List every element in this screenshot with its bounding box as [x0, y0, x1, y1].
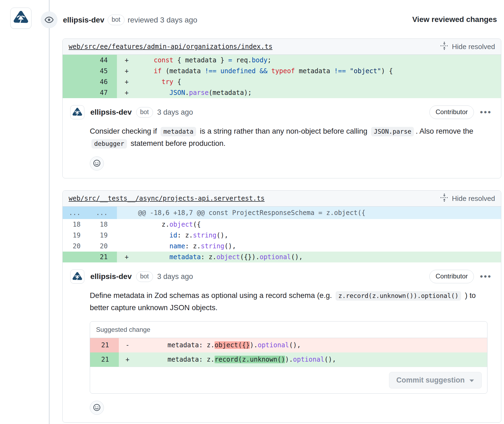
diff-marker: +: [117, 252, 136, 262]
bot-logo-icon: [13, 10, 29, 27]
new-line-number: 20: [90, 241, 117, 252]
reviewer-avatar[interactable]: [10, 8, 31, 29]
code-token: string: [193, 232, 216, 239]
suggestion-footer: Commit suggestion: [90, 367, 487, 393]
diff-marker: +: [117, 66, 136, 76]
hide-resolved-button[interactable]: Hide resolved: [440, 193, 495, 204]
caret-down-icon: [469, 376, 474, 384]
commenter-avatar[interactable]: [70, 105, 84, 119]
code-token: const: [154, 56, 173, 64]
new-line-number: 44: [90, 55, 117, 66]
code-token: ).: [285, 356, 293, 363]
code-token: (),: [224, 242, 236, 250]
inline-code: metadata: [161, 127, 196, 136]
bot-badge: bot: [136, 271, 153, 282]
old-line-number: ...: [63, 207, 90, 219]
suggestion-marker: +: [119, 352, 136, 367]
comment-body: Define metadata in Zod schemas as option…: [90, 290, 493, 314]
comment-header: ellipsis-devbot3 days agoContributor•••: [70, 105, 493, 119]
diff-code: metadata: z.object({}).optional(),: [136, 252, 501, 262]
code-token: : z.: [177, 232, 193, 239]
code-token: [138, 56, 154, 64]
code-token: ({}: [238, 341, 250, 349]
suggestion-code: metadata: z.record(z.unknown()).optional…: [136, 352, 487, 367]
hide-resolved-button[interactable]: Hide resolved: [440, 41, 495, 52]
inline-code: JSON.parse: [371, 127, 414, 136]
suggestion-add-row: 21+ metadata: z.record(z.unknown()).opti…: [90, 352, 487, 367]
comment-timestamp[interactable]: 3 days ago: [157, 272, 193, 281]
code-token: (metadata);: [209, 89, 252, 97]
old-line-number: 20: [63, 241, 90, 252]
old-line-number: [63, 87, 90, 98]
new-line-number: 21: [90, 252, 117, 262]
contributor-badge: Contributor: [429, 105, 474, 119]
code-token: optional: [260, 253, 291, 261]
new-line-number: 45: [90, 66, 117, 76]
code-token: ;: [267, 56, 271, 64]
diff-code: @@ -18,6 +18,7 @@ const ProjectResponseS…: [136, 207, 501, 219]
timeline-line: [49, 0, 50, 424]
code-token: if: [154, 67, 162, 75]
commit-suggestion-label: Commit suggestion: [396, 376, 465, 384]
add-reaction-button[interactable]: [90, 401, 104, 415]
code-token: [216, 67, 220, 75]
code-token: : z.: [201, 253, 216, 261]
comment-timestamp[interactable]: 3 days ago: [157, 108, 193, 117]
diff-marker: +: [117, 55, 136, 66]
code-token: metadata: z.: [136, 356, 215, 363]
code-token: (z.unknown(): [238, 356, 285, 363]
review-thread-card: web/src/ee/features/admin-api/organizati…: [62, 38, 501, 178]
file-header: web/src/__tests__/async/projects-api.ser…: [63, 191, 501, 207]
code-token: (),: [291, 253, 303, 261]
kebab-icon[interactable]: •••: [478, 272, 493, 281]
diff-line-row: 21+ metadata: z.object({}).optional(),: [63, 252, 501, 262]
old-line-number: [63, 55, 90, 66]
diff-line-row: 44+ const { metadata } = req.body;: [63, 55, 501, 66]
code-token: [138, 67, 154, 75]
commenter-name-link[interactable]: ellipsis-dev: [90, 108, 132, 117]
contributor-badge: Contributor: [429, 270, 474, 283]
add-reaction-button[interactable]: [90, 156, 104, 171]
commenter-avatar[interactable]: [70, 269, 84, 284]
code-token: body: [252, 56, 267, 64]
view-reviewed-changes-link[interactable]: View reviewed changes: [412, 15, 497, 24]
code-token: optional: [293, 356, 324, 363]
code-token: [256, 67, 260, 75]
hide-resolved-label: Hide resolved: [452, 194, 495, 203]
diff-code: name: z.string(),: [136, 241, 501, 252]
bot-badge: bot: [136, 107, 153, 118]
code-token: [138, 89, 170, 97]
file-path-link[interactable]: web/src/ee/features/admin-api/organizati…: [69, 43, 272, 50]
diff-marker: +: [117, 76, 136, 87]
code-token: ).: [250, 341, 258, 349]
kebab-icon[interactable]: •••: [478, 108, 493, 116]
new-line-number: 18: [90, 219, 117, 230]
review-comment: ellipsis-devbot3 days agoContributor•••C…: [63, 98, 501, 178]
suggestion-line-number: 21: [90, 352, 119, 367]
code-token: metadata: [170, 253, 201, 261]
diff-table: ......@@ -18,6 +18,7 @@ const ProjectRes…: [63, 207, 501, 262]
diff-hunk-row: ......@@ -18,6 +18,7 @@ const ProjectRes…: [63, 207, 501, 219]
inline-code: debugger: [91, 139, 127, 149]
file-path-link[interactable]: web/src/__tests__/async/projects-api.ser…: [69, 195, 264, 202]
code-token: object: [215, 341, 238, 349]
code-token: &&: [260, 67, 267, 75]
old-line-number: [63, 76, 90, 87]
fold-icon: [440, 41, 449, 52]
diff-code: try {: [136, 76, 501, 87]
code-token: [346, 67, 350, 75]
code-token: (metadata: [162, 67, 205, 75]
reviewer-name-link[interactable]: ellipsis-dev: [63, 16, 104, 24]
code-token: ) {: [381, 67, 393, 75]
code-token: metadata: z.: [136, 341, 215, 349]
new-line-number: 47: [90, 87, 117, 98]
review-title: ellipsis-dev bot reviewed 3 days ago: [63, 15, 197, 25]
commit-suggestion-button[interactable]: Commit suggestion: [389, 372, 482, 388]
code-token: { metadata }: [173, 56, 228, 64]
smiley-icon: [93, 159, 101, 168]
commenter-name-link[interactable]: ellipsis-dev: [90, 272, 132, 281]
old-line-number: 18: [63, 219, 90, 230]
eye-icon: [41, 11, 58, 28]
code-token: (),: [289, 341, 301, 349]
diff-marker: [117, 207, 136, 219]
